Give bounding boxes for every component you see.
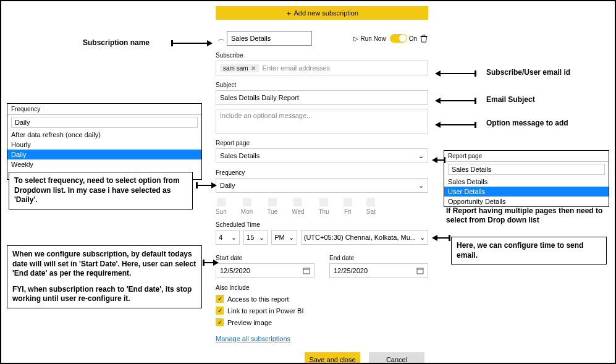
subject-label: Subject [216,82,428,88]
calendar-icon [303,267,310,274]
ampm-select[interactable]: PM⌄ [271,230,297,245]
chevron-down-icon: ⌄ [418,182,424,190]
anno-date-box: When we configure subscription, by defau… [7,245,202,308]
arrow-left-icon [432,157,445,163]
frequency-value: Daily [220,182,235,189]
day-checkbox-tue[interactable] [268,198,277,206]
page-opt-user[interactable]: User Details [444,187,609,197]
minute-select[interactable]: 15⌄ [243,230,268,245]
anno-message: Option message to add [486,119,573,128]
report-page-dropdown-popover: Report page Sales Details Sales Details … [444,150,609,207]
freq-opt-daily[interactable]: Daily [7,150,201,159]
day-checkbox-thu[interactable] [319,198,328,206]
day-fri: Fri [344,208,352,215]
freq-opt-weekly[interactable]: Weekly [7,159,201,169]
end-date-input[interactable]: 12/25/2020 [329,263,428,278]
cancel-button[interactable]: Cancel [369,352,424,364]
day-checkbox-sat[interactable] [366,198,375,206]
frequency-dropdown-popover: Frequency Daily After data refresh (once… [7,103,202,180]
arrow-left-icon [435,98,476,104]
arrow-right-icon [203,260,219,266]
subject-input[interactable] [216,90,428,105]
freq-opt-hourly[interactable]: Hourly [7,140,201,150]
arrow-left-icon [435,122,476,128]
anno-page-text: If Report having multiple pages then nee… [446,206,607,225]
chevron-up-icon[interactable]: ︿ [216,34,227,43]
toggle-label: On [409,35,417,42]
start-date-label: Start date [216,255,314,261]
frequency-select[interactable]: Daily ⌄ [216,178,428,193]
manage-subscriptions-link[interactable]: Manage all subscriptions [216,335,290,342]
email-chip: sam sam ✕ [220,64,259,72]
on-toggle[interactable] [390,34,407,43]
hour-select[interactable]: 4⌄ [216,230,240,245]
day-wed: Wed [292,208,304,215]
day-checkbox-mon[interactable] [243,198,251,206]
checkbox-link[interactable]: ✓ [216,307,224,315]
end-date-label: End date [329,255,428,261]
subscription-name-input[interactable] [227,31,312,46]
day-thu: Thu [319,208,329,215]
include-access-label: Access to this report [227,295,289,303]
report-page-value: Sales Details [220,152,259,159]
page-opt-opportunity[interactable]: Opportunity Details [444,197,609,206]
chip-text: sam sam [223,65,248,72]
day-checkbox-sun[interactable] [217,198,226,206]
arrow-right-icon [196,182,217,188]
save-button[interactable]: Save and close [305,352,360,364]
anno-subject: Email Subject [486,95,535,104]
anno-email: Subscribe/User email id [486,68,570,77]
day-checkbox-wed[interactable] [293,198,302,206]
add-subscription-button[interactable]: ＋ Add new subscription [216,6,428,20]
subscribe-label: Subscribe [216,52,428,59]
play-icon: ▷ [353,35,358,42]
chip-remove-icon[interactable]: ✕ [251,65,256,72]
report-page-label: Report page [216,140,428,146]
freq-opt-refresh[interactable]: After data refresh (once daily) [7,130,201,140]
svg-rect-2 [417,268,423,274]
plus-icon: ＋ [285,9,292,17]
freq-pop-header: Frequency [7,104,201,114]
checkbox-access[interactable]: ✓ [216,295,224,303]
include-link-label: Link to report in Power BI [227,307,304,315]
message-textarea[interactable]: Include an optional message... [216,109,428,133]
run-now-button[interactable]: ▷ Run Now [353,35,386,42]
anno-subscription-name: Subscription name [83,38,150,48]
timezone-select[interactable]: (UTC+05:30) Chennai, Kolkata, Mu...⌄ [301,230,428,245]
page-pop-input[interactable]: Sales Details [448,164,605,175]
scheduled-time-label: Scheduled Time [216,221,428,228]
frequency-label: Frequency [216,169,428,176]
delete-icon[interactable] [420,34,428,43]
subscription-panel: ＋ Add new subscription ︿ ▷ Run Now On Su… [216,6,428,364]
weekday-row: Sun Mon Tue Wed Thu Fri Sat [216,198,428,215]
arrow-right-icon [171,40,213,46]
run-now-label: Run Now [361,35,386,42]
arrow-left-icon [432,235,450,241]
day-sat: Sat [366,208,376,215]
arrow-left-icon [435,70,476,77]
add-subscription-label: Add new subscription [293,9,358,17]
page-opt-sales[interactable]: Sales Details [444,177,609,187]
also-include-label: Also Include [216,284,428,291]
subscribe-field[interactable]: sam sam ✕ Enter email addresses [216,61,428,75]
day-sun: Sun [216,208,227,215]
day-checkbox-fri[interactable] [344,198,352,206]
day-mon: Mon [241,208,253,215]
report-page-select[interactable]: Sales Details ⌄ [216,148,428,163]
freq-pop-input[interactable]: Daily [11,117,198,128]
calendar-icon [416,267,424,274]
start-date-input[interactable]: 12/5/2020 [216,263,314,278]
chevron-down-icon: ⌄ [418,152,424,160]
email-placeholder: Enter email addresses [259,64,424,72]
svg-rect-0 [303,268,310,274]
checkbox-preview[interactable]: ✓ [216,318,224,326]
day-tue: Tue [267,208,277,215]
page-pop-header: Report page [444,151,609,161]
anno-freq-box: To select frequency, need to select opti… [9,172,193,210]
include-preview-label: Preview image [227,319,272,326]
anno-time-box: Here, we can configure time to send emai… [451,237,607,265]
